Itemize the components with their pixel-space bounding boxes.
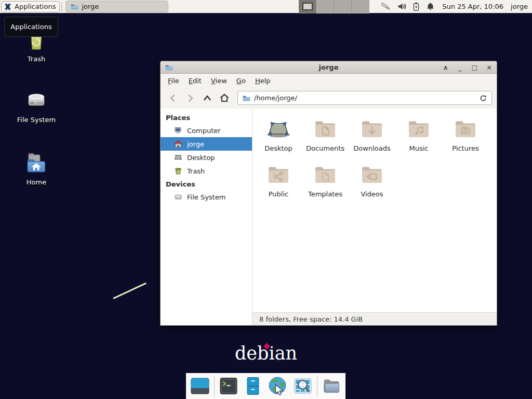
path-bar[interactable]: /home/jorge/ bbox=[237, 91, 492, 105]
window-controls: ∧ _ □ × bbox=[442, 62, 493, 73]
file-item-public[interactable]: Public bbox=[255, 162, 302, 208]
public-folder-icon bbox=[266, 162, 291, 187]
minimize-button[interactable]: _ bbox=[457, 62, 463, 73]
file-item-label: Downloads bbox=[353, 144, 390, 152]
file-item-documents[interactable]: Documents bbox=[302, 116, 349, 162]
back-arrow-icon bbox=[168, 94, 178, 103]
panel-drag-handle[interactable] bbox=[61, 3, 64, 10]
username-label[interactable]: jorge bbox=[511, 3, 528, 10]
toolbar: /home/jorge/ bbox=[161, 87, 497, 109]
path-folder-icon bbox=[242, 94, 250, 102]
tool-icon[interactable] bbox=[380, 2, 392, 11]
window-body: Places Computer bbox=[161, 109, 497, 325]
file-item-downloads[interactable]: Downloads bbox=[349, 116, 395, 162]
sidebar-item-label: Desktop bbox=[187, 154, 215, 162]
workspace-1[interactable] bbox=[299, 0, 316, 14]
sidebar-item-computer[interactable]: Computer bbox=[161, 124, 252, 137]
sidebar: Places Computer bbox=[161, 109, 252, 325]
shade-button[interactable]: ∧ bbox=[442, 62, 449, 73]
workspace-2[interactable] bbox=[316, 0, 334, 14]
notifications-bell-icon[interactable] bbox=[426, 2, 435, 11]
harddrive-icon bbox=[174, 193, 182, 201]
menu-view[interactable]: View bbox=[206, 75, 232, 86]
file-item-label: Templates bbox=[308, 190, 342, 198]
file-grid: Desktop Documents bbox=[252, 109, 497, 312]
applications-button-label: Applications bbox=[15, 3, 56, 10]
folder-icon bbox=[70, 3, 78, 11]
file-item-pictures[interactable]: Pictures bbox=[442, 116, 489, 162]
file-item-label: Documents bbox=[306, 144, 344, 152]
terminal-icon[interactable] bbox=[218, 376, 239, 396]
file-item-templates[interactable]: Templates bbox=[302, 162, 349, 208]
back-button[interactable] bbox=[165, 90, 181, 106]
desktop-icon-file-system[interactable]: File System bbox=[11, 88, 61, 124]
show-desktop-icon[interactable] bbox=[190, 376, 210, 396]
computer-icon bbox=[174, 126, 182, 135]
sidebar-item-trash[interactable]: Trash bbox=[161, 164, 252, 178]
file-item-label: Pictures bbox=[452, 144, 478, 152]
desktop-line-artifact bbox=[113, 283, 147, 299]
file-item-label: Music bbox=[409, 144, 429, 152]
sidebar-item-file-system[interactable]: File System bbox=[161, 190, 252, 204]
dock-separator bbox=[317, 375, 317, 397]
web-browser-icon[interactable] bbox=[267, 376, 289, 396]
sidebar-places-header: Places bbox=[161, 111, 252, 124]
sidebar-item-desktop[interactable]: Desktop bbox=[161, 151, 252, 164]
taskbar-window-button[interactable]: jorge bbox=[65, 1, 168, 12]
dock-separator bbox=[214, 375, 215, 397]
sidebar-item-label: Computer bbox=[187, 127, 221, 135]
battery-icon[interactable] bbox=[411, 2, 421, 11]
application-finder-icon[interactable] bbox=[292, 376, 313, 396]
volume-icon[interactable] bbox=[397, 2, 406, 11]
trash-icon bbox=[174, 167, 182, 175]
debian-logo-text: debian bbox=[235, 343, 297, 364]
desktop-icon-label: File System bbox=[17, 116, 56, 124]
applications-button[interactable]: Applications bbox=[1, 1, 60, 12]
desktop-workspace-icon bbox=[266, 116, 291, 141]
folder-icon[interactable] bbox=[321, 376, 342, 396]
sidebar-item-jorge[interactable]: jorge bbox=[161, 137, 252, 151]
maximize-button[interactable]: □ bbox=[471, 62, 478, 73]
home-icon bbox=[219, 93, 230, 103]
file-item-music[interactable]: Music bbox=[395, 116, 442, 162]
sidebar-item-label: jorge bbox=[187, 140, 204, 148]
bottom-dock bbox=[186, 373, 345, 399]
clock[interactable]: Sun 25 Apr, 10:06 bbox=[442, 3, 503, 10]
downloads-folder-icon bbox=[360, 116, 384, 141]
file-item-label: Desktop bbox=[264, 144, 292, 152]
sidebar-item-label: File System bbox=[187, 193, 225, 201]
forward-button[interactable] bbox=[182, 90, 198, 106]
file-item-desktop[interactable]: Desktop bbox=[255, 116, 302, 162]
up-button[interactable] bbox=[200, 90, 215, 106]
desktop-icon bbox=[174, 153, 182, 162]
menu-file[interactable]: File bbox=[163, 75, 184, 86]
menu-go[interactable]: Go bbox=[232, 75, 250, 86]
close-button[interactable]: × bbox=[486, 62, 493, 73]
titlebar[interactable]: jorge ∧ _ □ × bbox=[161, 61, 497, 74]
harddrive-icon bbox=[24, 88, 49, 113]
menu-edit[interactable]: Edit bbox=[184, 75, 206, 86]
pictures-folder-icon bbox=[453, 116, 478, 141]
desktop-icon-label: Trash bbox=[28, 55, 45, 63]
file-cabinet-icon[interactable] bbox=[243, 376, 263, 396]
workspace-switcher bbox=[299, 0, 369, 14]
sidebar-devices-header: Devices bbox=[161, 178, 252, 190]
refresh-icon[interactable] bbox=[479, 94, 487, 102]
menu-help[interactable]: Help bbox=[250, 75, 275, 86]
workspace-3[interactable] bbox=[334, 0, 352, 14]
documents-folder-icon bbox=[313, 116, 338, 141]
system-tray bbox=[380, 2, 435, 11]
sidebar-item-label: Trash bbox=[187, 167, 205, 175]
videos-folder-icon bbox=[360, 162, 384, 187]
file-item-label: Public bbox=[269, 190, 288, 198]
menubar: File Edit View Go Help bbox=[161, 74, 497, 87]
desktop-icon-home[interactable]: Home bbox=[11, 151, 61, 186]
path-text[interactable]: /home/jorge/ bbox=[254, 94, 475, 102]
file-item-label: Videos bbox=[361, 190, 383, 198]
home-button[interactable] bbox=[217, 90, 232, 106]
xfce-applications-icon bbox=[4, 3, 12, 11]
file-manager-window: jorge ∧ _ □ × File Edit View Go Help bbox=[160, 61, 497, 326]
file-item-videos[interactable]: Videos bbox=[349, 162, 395, 208]
workspace-4[interactable] bbox=[352, 0, 369, 14]
desktop: Applications jorge bbox=[0, 0, 532, 399]
